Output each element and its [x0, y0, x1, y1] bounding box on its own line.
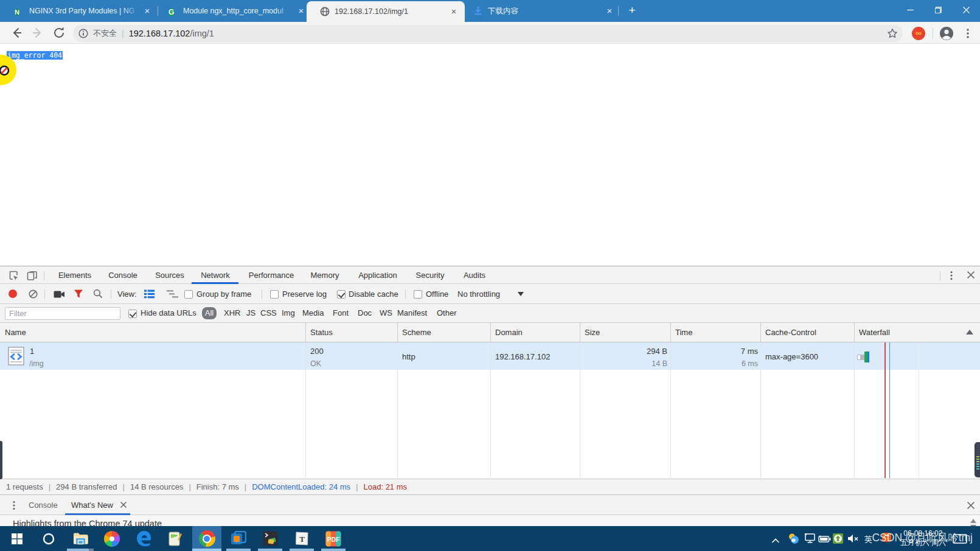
column-header-size[interactable]: Size — [580, 323, 600, 342]
column-header-name[interactable]: Name — [0, 323, 26, 342]
search-icon[interactable] — [93, 289, 103, 300]
drawer-tab-whats-new[interactable]: What's New — [71, 495, 113, 515]
tab-nginx-modules[interactable]: N NGINX 3rd Party Modules | NG × — [10, 0, 153, 22]
tray-chevron-icon[interactable] — [771, 535, 780, 546]
devtools-tab-sources[interactable]: Sources — [150, 267, 190, 283]
filter-type-js[interactable]: JS — [246, 304, 255, 323]
devtools-tab-security[interactable]: Security — [411, 267, 449, 283]
filter-type-xhr[interactable]: XHR — [224, 304, 240, 323]
bookmark-star-icon[interactable] — [887, 28, 898, 41]
extension-icon[interactable]: ∞ — [912, 27, 925, 40]
infinity-glyph: ∞ — [912, 27, 925, 40]
sort-ascending-icon[interactable] — [966, 330, 973, 334]
volume-bar-segment — [976, 459, 979, 460]
tray-volume-muted-icon[interactable] — [847, 534, 859, 546]
tray-qq-icon[interactable] — [788, 533, 799, 547]
filter-input[interactable]: Filter — [5, 307, 120, 320]
filter-type-doc[interactable]: Doc — [358, 304, 372, 323]
tab-close-icon[interactable]: × — [449, 7, 459, 16]
summary-separator: | — [189, 482, 190, 491]
tray-battery-icon[interactable] — [818, 535, 831, 546]
column-header-waterfall[interactable]: Waterfall — [854, 323, 890, 342]
filter-funnel-icon[interactable] — [74, 289, 83, 300]
devtools-close-icon[interactable] — [966, 270, 976, 280]
cortana-search-button[interactable] — [34, 526, 63, 551]
record-network-log-button[interactable] — [9, 289, 17, 298]
devtools-tab-application[interactable]: Application — [352, 267, 404, 283]
devtools-tab-console[interactable]: Console — [103, 267, 143, 283]
reload-button[interactable] — [51, 25, 67, 41]
filter-type-media[interactable]: Media — [302, 304, 324, 323]
browser-menu-kebab-icon[interactable] — [964, 27, 972, 40]
view-waterfall-icon[interactable] — [167, 290, 178, 300]
pdf-app-taskbar-icon[interactable]: PDF — [319, 526, 348, 551]
profile-avatar[interactable] — [939, 26, 954, 43]
column-header-scheme[interactable]: Scheme — [397, 323, 431, 342]
drawer-menu-kebab-icon[interactable] — [10, 499, 18, 511]
waterfall-gridline — [919, 342, 919, 478]
volume-bar-segment — [976, 468, 979, 470]
tab-close-icon[interactable]: × — [296, 6, 306, 16]
tab-ngx-http-core-module[interactable]: G Module ngx_http_core_modul × — [163, 0, 307, 22]
vmware-taskbar-icon[interactable] — [224, 526, 253, 551]
column-header-time[interactable]: Time — [670, 323, 692, 342]
preserve-log-checkbox[interactable] — [270, 290, 279, 299]
tab-active-img-page[interactable]: 192.168.17.102/img/1 × — [307, 1, 465, 22]
notepadpp-taskbar-icon[interactable] — [161, 526, 190, 551]
back-button[interactable] — [9, 25, 24, 41]
filter-type-all[interactable]: All — [202, 307, 217, 319]
tab-close-icon[interactable]: × — [142, 6, 152, 16]
screenshot-tool-taskbar-icon[interactable] — [255, 526, 285, 551]
tray-updater-icon[interactable] — [833, 533, 843, 544]
window-minimize-button[interactable] — [896, 0, 924, 20]
offline-checkbox[interactable] — [414, 290, 422, 299]
group-by-frame-checkbox[interactable] — [184, 290, 193, 299]
drawer-tab-console[interactable]: Console — [29, 495, 58, 515]
new-tab-button[interactable]: + — [624, 2, 641, 19]
filter-type-img[interactable]: Img — [282, 304, 295, 323]
file-explorer-taskbar-icon[interactable] — [66, 526, 95, 551]
forward-button[interactable] — [30, 25, 46, 41]
window-maximize-button[interactable] — [924, 0, 952, 20]
column-header-cache-control[interactable]: Cache-Control — [760, 323, 816, 342]
devtools-tab-elements[interactable]: Elements — [53, 267, 97, 283]
column-header-domain[interactable]: Domain — [490, 323, 523, 342]
chrome-taskbar-icon[interactable] — [192, 526, 221, 551]
omnibox[interactable]: 不安全 | 192.168.17.102 /img/1 — [73, 25, 903, 42]
pinwheel-app-taskbar-icon[interactable] — [97, 526, 127, 551]
page-info-icon[interactable] — [78, 29, 88, 38]
throttling-dropdown-arrow-icon[interactable] — [518, 292, 524, 296]
hide-data-urls-checkbox[interactable] — [128, 310, 137, 318]
typora-taskbar-icon[interactable]: T — [287, 526, 316, 551]
inspect-element-icon[interactable] — [9, 271, 19, 283]
devtools-tab-performance[interactable]: Performance — [242, 267, 301, 283]
view-list-icon[interactable] — [144, 289, 155, 300]
tab-downloads[interactable]: 下载内容 × — [467, 0, 616, 22]
drawer-tab-close-icon[interactable] — [119, 501, 128, 509]
drawer-close-icon[interactable] — [966, 501, 976, 510]
throttling-select[interactable]: No throttling — [457, 284, 500, 304]
device-toolbar-icon[interactable] — [27, 271, 37, 283]
edge-taskbar-icon[interactable] — [129, 526, 158, 551]
devtools-tab-network[interactable]: Network — [195, 267, 236, 283]
disable-cache-checkbox[interactable] — [337, 290, 346, 299]
start-button[interactable] — [2, 526, 32, 551]
capture-screenshots-icon[interactable] — [54, 290, 65, 300]
document-file-icon — [8, 347, 24, 367]
tray-network-display-icon[interactable] — [804, 533, 816, 546]
column-header-status[interactable]: Status — [305, 323, 333, 342]
running-indicator — [67, 549, 89, 551]
tab-title: 192.168.17.102/img/1 — [335, 7, 445, 16]
tray-ime-indicator[interactable]: 英 — [864, 534, 872, 545]
tab-close-icon[interactable]: × — [605, 6, 614, 16]
filter-type-ws[interactable]: WS — [380, 304, 392, 323]
window-close-button[interactable] — [952, 0, 980, 20]
devtools-tab-memory[interactable]: Memory — [305, 267, 344, 283]
devtools-tab-audits[interactable]: Audits — [457, 267, 492, 283]
clear-network-log-icon[interactable] — [29, 289, 38, 300]
devtools-menu-kebab-icon[interactable] — [947, 269, 956, 282]
filter-type-manifest[interactable]: Manifest — [397, 304, 427, 323]
filter-type-css[interactable]: CSS — [260, 304, 277, 323]
filter-type-font[interactable]: Font — [333, 304, 349, 323]
filter-type-other[interactable]: Other — [437, 304, 457, 323]
